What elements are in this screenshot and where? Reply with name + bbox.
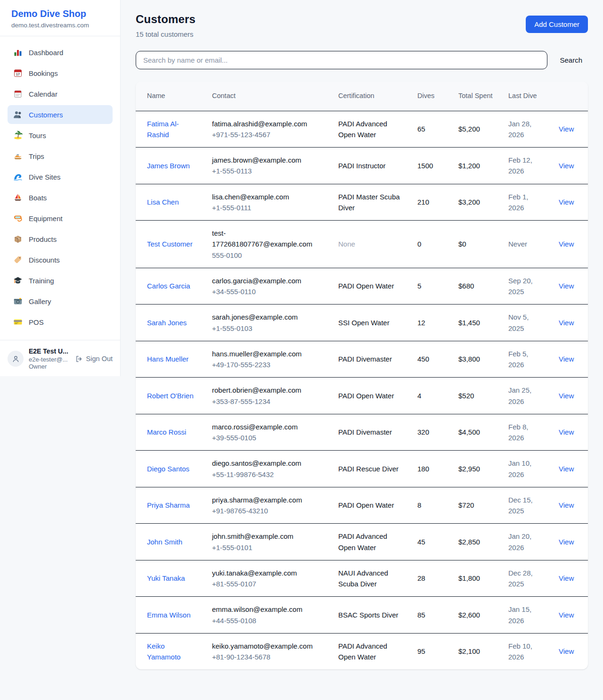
customer-certification: PADI Advanced Open Water: [331, 633, 410, 669]
customer-name-link[interactable]: Carlos Garcia: [147, 282, 190, 290]
customer-last-dive: Dec 28, 2025: [501, 560, 551, 597]
customer-name-cell: Fatima Al-Rashid: [136, 111, 204, 148]
sidebar-item-gallery[interactable]: Gallery: [8, 292, 113, 311]
customer-certification: PADI Rescue Diver: [331, 451, 410, 487]
view-customer-link[interactable]: View: [559, 392, 574, 400]
customer-name-link[interactable]: Robert O'Brien: [147, 392, 194, 400]
sign-out-label: Sign Out: [86, 355, 113, 362]
customer-email: hans.mueller@example.com: [212, 348, 323, 359]
search-button[interactable]: Search: [547, 52, 588, 68]
search-input[interactable]: [136, 51, 547, 69]
customer-name-link[interactable]: Lisa Chen: [147, 198, 179, 206]
table-row: Hans Muellerhans.mueller@example.com+49-…: [136, 341, 588, 378]
view-customer-link[interactable]: View: [559, 198, 574, 206]
customer-action-cell: View: [551, 414, 588, 451]
customer-action-cell: View: [551, 221, 588, 268]
customer-phone: +81-90-1234-5678: [212, 651, 323, 662]
sidebar-item-bookings[interactable]: 17Bookings: [8, 64, 113, 82]
view-customer-link[interactable]: View: [559, 125, 574, 133]
customer-email: john.smith@example.com: [212, 531, 323, 542]
customer-name-link[interactable]: John Smith: [147, 538, 182, 546]
customer-email: james.brown@example.com: [212, 155, 323, 165]
customer-email: lisa.chen@example.com: [212, 191, 323, 202]
customer-email: emma.wilson@example.com: [212, 604, 323, 615]
customer-dives: 320: [410, 414, 451, 451]
sidebar-item-equipment[interactable]: Equipment: [8, 209, 113, 228]
view-customer-link[interactable]: View: [559, 611, 574, 619]
customer-name-cell: Keiko Yamamoto: [136, 633, 204, 669]
customer-total-spent: $2,950: [451, 451, 501, 487]
sidebar-item-training[interactable]: Training: [8, 271, 113, 290]
customer-dives: 65: [410, 111, 451, 148]
sidebar-item-label: Products: [29, 235, 57, 243]
customer-email: keiko.yamamoto@example.com: [212, 641, 323, 651]
customer-name-link[interactable]: Keiko Yamamoto: [147, 642, 180, 661]
sidebar-item-dashboard[interactable]: Dashboard: [8, 43, 113, 62]
view-customer-link[interactable]: View: [559, 282, 574, 290]
customer-contact-cell: yuki.tanaka@example.com+81-555-0107: [204, 560, 331, 597]
sidebar-item-label: Customers: [29, 111, 63, 119]
customer-last-dive: Jan 10, 2026: [501, 451, 551, 487]
customer-count: 15 total customers: [136, 30, 196, 38]
view-customer-link[interactable]: View: [559, 162, 574, 170]
customer-name-link[interactable]: Emma Wilson: [147, 611, 191, 619]
view-customer-link[interactable]: View: [559, 240, 574, 248]
sidebar-item-trips[interactable]: Trips: [8, 147, 113, 165]
customer-total-spent: $5,200: [451, 111, 501, 148]
view-customer-link[interactable]: View: [559, 319, 574, 327]
customer-name-link[interactable]: Diego Santos: [147, 465, 189, 473]
table-row: John Smithjohn.smith@example.com+1-555-0…: [136, 524, 588, 560]
customer-certification: PADI Open Water: [331, 268, 410, 305]
customer-phone: +1-555-0111: [212, 202, 323, 213]
customer-last-dive: Nov 5, 2025: [501, 305, 551, 341]
customer-last-dive: Feb 12, 2026: [501, 148, 551, 184]
customer-name-link[interactable]: Yuki Tanaka: [147, 574, 185, 582]
add-customer-button[interactable]: Add Customer: [526, 16, 588, 33]
view-customer-link[interactable]: View: [559, 428, 574, 436]
view-customer-link[interactable]: View: [559, 355, 574, 363]
customer-name-link[interactable]: Hans Mueller: [147, 355, 188, 363]
customer-dives: 210: [410, 184, 451, 221]
bookings-calendar-icon: 17: [13, 68, 23, 78]
user-email: e2e-tester@...: [29, 356, 68, 363]
view-customer-link[interactable]: View: [559, 647, 574, 655]
customer-name-cell: John Smith: [136, 524, 204, 560]
customer-name-link[interactable]: Sarah Jones: [147, 319, 187, 327]
sidebar-item-calendar[interactable]: Calendar: [8, 84, 113, 103]
sidebar-item-boats[interactable]: Boats: [8, 188, 113, 207]
view-customer-link[interactable]: View: [559, 574, 574, 582]
table-row: James Brownjames.brown@example.com+1-555…: [136, 148, 588, 184]
customer-phone: +1-555-0103: [212, 323, 323, 334]
page-header: Customers 15 total customers Add Custome…: [136, 13, 588, 38]
sidebar-item-products[interactable]: Products: [8, 230, 113, 248]
customer-name-link[interactable]: Priya Sharma: [147, 501, 190, 509]
customer-contact-cell: diego.santos@example.com+55-11-99876-543…: [204, 451, 331, 487]
view-customer-link[interactable]: View: [559, 465, 574, 473]
customer-dives: 1500: [410, 148, 451, 184]
sidebar-item-discounts[interactable]: Discounts: [8, 250, 113, 269]
sidebar-item-tours[interactable]: Tours: [8, 126, 113, 145]
calendar-icon: [13, 89, 23, 99]
customer-contact-cell: test-1772681807767@example.com555-0100: [204, 221, 331, 268]
customer-name-link[interactable]: Test Customer: [147, 240, 193, 248]
sign-out-button[interactable]: Sign Out: [75, 355, 113, 363]
customer-dives: 12: [410, 305, 451, 341]
graduation-cap-icon: [13, 276, 23, 285]
sidebar-item-label: POS: [29, 318, 44, 326]
sidebar-item-customers[interactable]: Customers: [8, 105, 113, 124]
sidebar-item-dive-sites[interactable]: Dive Sites: [8, 167, 113, 186]
sidebar-item-label: Gallery: [29, 297, 51, 305]
customer-phone: +55-11-99876-5432: [212, 469, 323, 480]
customer-total-spent: $1,200: [451, 148, 501, 184]
view-customer-link[interactable]: View: [559, 538, 574, 546]
customer-name-link[interactable]: Fatima Al-Rashid: [147, 120, 179, 139]
customer-name-link[interactable]: Marco Rossi: [147, 428, 186, 436]
customer-action-cell: View: [551, 268, 588, 305]
customer-name-link[interactable]: James Brown: [147, 162, 190, 170]
customer-certification: PADI Advanced Open Water: [331, 524, 410, 560]
view-customer-link[interactable]: View: [559, 501, 574, 509]
customer-total-spent: $2,100: [451, 633, 501, 669]
sidebar-item-pos[interactable]: POS: [8, 313, 113, 331]
customer-dives: 28: [410, 560, 451, 597]
customer-total-spent: $0: [451, 221, 501, 268]
